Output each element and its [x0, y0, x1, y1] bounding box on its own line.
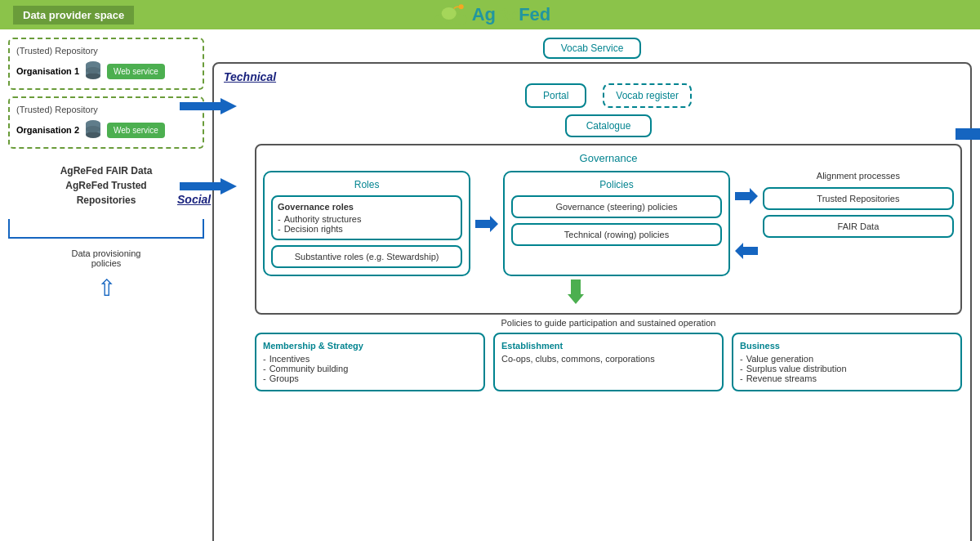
- business-box: Business - Value generation - Surplus va…: [732, 333, 962, 391]
- arrow-pol-align-top-svg: [735, 188, 758, 204]
- governance-roles-box: Governance roles - Authority structures …: [271, 195, 462, 240]
- fair-data-line3: Repositories: [8, 194, 204, 206]
- policies-outer-box: Policies Governance (steering) policies …: [503, 171, 730, 276]
- membership-title: Membership & Strategy: [263, 341, 477, 351]
- arrow-roles-policies-svg: [475, 216, 498, 232]
- roles-policies-arrow: [475, 171, 498, 276]
- header-bar: Data provider space AgReFed: [0, 0, 980, 29]
- membership-bullet1: - Incentives: [263, 354, 477, 364]
- web-service-btn-1: Web service: [107, 64, 165, 79]
- establishment-title: Establishment: [501, 341, 715, 351]
- svg-point-4: [459, 4, 464, 9]
- trusted-repos-label: Trusted Repositories: [769, 194, 947, 203]
- policies-guide-section: Policies to guide participation and sust…: [255, 318, 962, 391]
- policies-guide-title: Policies to guide participation and sust…: [255, 318, 962, 328]
- repo1-box: (Trusted) Repository Organisation 1 Web …: [8, 38, 204, 90]
- svg-marker-16: [735, 243, 758, 259]
- svg-point-7: [86, 73, 100, 79]
- arrow-pol-align-bot-svg: [735, 243, 758, 259]
- db-icon-1: [84, 60, 102, 82]
- establishment-box: Establishment Co-ops, clubs, commons, co…: [493, 333, 724, 391]
- business-bullet3: - Revenue streams: [740, 373, 954, 383]
- svg-point-8: [86, 67, 100, 74]
- alignment-title: Alignment processes: [763, 171, 954, 181]
- org2-name: Organisation 2: [16, 125, 79, 135]
- membership-bullet2: - Community building: [263, 364, 477, 373]
- membership-box: Membership & Strategy - Incentives - Com…: [255, 333, 485, 391]
- svg-marker-14: [475, 216, 498, 232]
- technical-box: Technical Portal Vocab register Catalogu…: [212, 62, 972, 541]
- alignment-col: Alignment processes Trusted Repositories…: [763, 171, 954, 276]
- repo1-label: (Trusted) Repository: [16, 46, 196, 56]
- svg-marker-19: [180, 178, 237, 194]
- gov-steering-box: Governance (steering) policies: [511, 195, 722, 218]
- vocab-service-area: Vocab Service: [212, 38, 972, 59]
- arrow-right-users-svg: [956, 123, 980, 145]
- business-title: Business: [740, 341, 954, 351]
- svg-point-3: [442, 7, 457, 20]
- repo2-box: (Trusted) Repository Organisation 2 Web …: [8, 96, 204, 149]
- policies-alignment-arrows: [735, 171, 758, 276]
- right-panel: Users Vocab Service Technical Portal Voc…: [212, 38, 972, 533]
- governance-box: Governance Roles Governance roles -: [255, 144, 962, 315]
- business-bullet1: - Value generation: [740, 354, 954, 364]
- portal-vocab-row: Portal Vocab register: [255, 83, 962, 108]
- arrow-org2-svg: [180, 178, 237, 194]
- logo-icon: [430, 2, 469, 27]
- roles-bullet2: - Decision rights: [278, 224, 456, 234]
- tech-policies-box: Technical (rowing) policies: [511, 223, 722, 246]
- data-prov-line1: Data provisioning: [8, 248, 204, 258]
- fair-data-line2: AgReFed Trusted: [8, 180, 204, 191]
- repo2-label: (Trusted) Repository: [16, 105, 196, 114]
- main-content: (Trusted) Repository Organisation 1 Web …: [0, 29, 980, 541]
- vocab-register-box: Vocab register: [603, 83, 692, 108]
- svg-marker-17: [568, 279, 584, 304]
- org1-name: Organisation 1: [16, 66, 79, 76]
- fair-data-box: FAIR Data: [763, 215, 954, 238]
- tech-policies-title: Technical (rowing) policies: [518, 230, 715, 239]
- left-panel: (Trusted) Repository Organisation 1 Web …: [8, 38, 204, 533]
- users-arrow-icon: Users: [956, 123, 980, 145]
- portal-box: Portal: [525, 83, 586, 108]
- vocab-service-box: Vocab Service: [543, 38, 642, 59]
- svg-point-11: [86, 132, 100, 138]
- svg-marker-13: [956, 123, 980, 145]
- green-down-arrow-area: [198, 279, 954, 306]
- arrow-org1-right: [180, 98, 237, 117]
- gov-policies-title: Governance (steering) policies: [518, 202, 715, 212]
- policies-outer-title: Policies: [511, 179, 722, 190]
- roles-bullet1: - Authority structures: [278, 214, 456, 224]
- gov-inner-row: Roles Governance roles - Authority struc…: [263, 171, 954, 276]
- org1-row: Organisation 1 Web service: [16, 60, 196, 82]
- governance-title: Governance: [263, 152, 954, 164]
- svg-marker-15: [735, 188, 758, 204]
- substantive-title: Substantive roles (e.g. Stewardship): [278, 252, 456, 262]
- substantive-roles-box: Substantive roles (e.g. Stewardship): [271, 245, 462, 268]
- header-title: Data provider space: [13, 6, 134, 25]
- org2-row: Organisation 2 Web service: [16, 119, 196, 141]
- catalogue-box: Catalogue: [565, 114, 653, 137]
- bottom-boxes: Membership & Strategy - Incentives - Com…: [255, 333, 962, 391]
- roles-outer-box: Roles Governance roles - Authority struc…: [263, 171, 470, 276]
- social-area: Social Governance Roles Governance roles: [222, 144, 962, 315]
- gov-roles-title: Governance roles: [278, 202, 456, 212]
- catalogue-area: Catalogue: [255, 114, 962, 137]
- establishment-bullet1: Co-ops, clubs, commons, corporations: [501, 354, 715, 364]
- green-arrow-down-svg: [568, 279, 584, 304]
- db-icon-2: [84, 119, 102, 141]
- bracket-section: [8, 219, 204, 239]
- technical-label: Technical: [224, 70, 276, 83]
- svg-point-12: [86, 126, 100, 132]
- data-prov-section: Data provisioning policies: [8, 248, 204, 268]
- fair-data-section: AgReFed FAIR Data AgReFed Trusted Reposi…: [8, 162, 204, 209]
- web-service-btn-2: Web service: [107, 123, 165, 138]
- business-bullet2: - Surplus value distribution: [740, 364, 954, 373]
- up-arrow-icon: ⇧: [8, 275, 204, 302]
- logo-text: AgReFed: [472, 4, 551, 25]
- svg-marker-18: [180, 98, 237, 114]
- arrow-org1-svg: [180, 98, 237, 114]
- arrow-org2-right: [180, 178, 237, 197]
- fair-data-label: FAIR Data: [769, 221, 947, 231]
- data-prov-line2: policies: [8, 258, 204, 268]
- roles-outer-title: Roles: [271, 179, 462, 190]
